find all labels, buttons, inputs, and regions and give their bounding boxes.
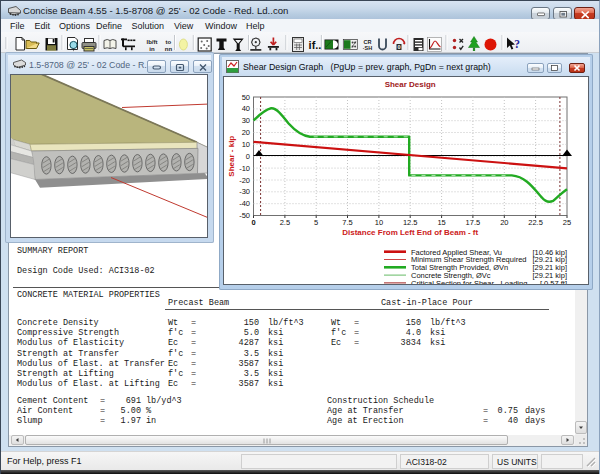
svg-text:to: to [166,39,172,45]
svg-text:5: 5 [314,218,318,227]
svg-text:-10: -10 [239,164,250,173]
svg-text:nn: nn [165,46,173,52]
svg-text:·SH: ·SH [363,45,373,51]
svg-text:20: 20 [242,128,250,137]
svg-text:15: 15 [437,218,445,227]
svg-text:if..: if.. [309,39,322,51]
svg-text:-50: -50 [239,211,250,220]
svg-text:10: 10 [375,218,383,227]
svg-text:30: 30 [242,116,250,125]
svg-text:7.5: 7.5 [342,218,352,227]
svg-text:CR: CR [364,39,372,45]
svg-text:50: 50 [242,93,250,102]
svg-text:17.5: 17.5 [466,218,481,227]
svg-text:0: 0 [246,152,250,161]
svg-text:-40: -40 [239,199,250,208]
svg-text:25: 25 [563,218,571,227]
svg-text:2.5: 2.5 [280,218,290,227]
svg-text:-30: -30 [239,187,250,196]
svg-text:0: 0 [397,44,400,50]
svg-text:[ 0.57 ft]: [ 0.57 ft] [540,279,567,285]
svg-text:Distance From Left End of Beam: Distance From Left End of Beam - ft [342,228,478,237]
svg-text:Shear - kip: Shear - kip [228,136,237,177]
svg-text:20: 20 [500,218,508,227]
svg-text:-20: -20 [239,176,250,185]
svg-text:12.5: 12.5 [403,218,418,227]
svg-text:Shear Design: Shear Design [385,80,436,89]
svg-text:?: ? [514,38,520,50]
svg-text:40: 40 [242,104,250,113]
svg-text:22.5: 22.5 [528,218,543,227]
svg-text:10: 10 [242,140,250,149]
svg-text:0: 0 [251,218,255,227]
svg-text:lb/ft: lb/ft [147,39,158,45]
svg-text:Critical Section for Shear - L: Critical Section for Shear - Loading [411,279,527,285]
svg-text:in: in [149,46,155,52]
